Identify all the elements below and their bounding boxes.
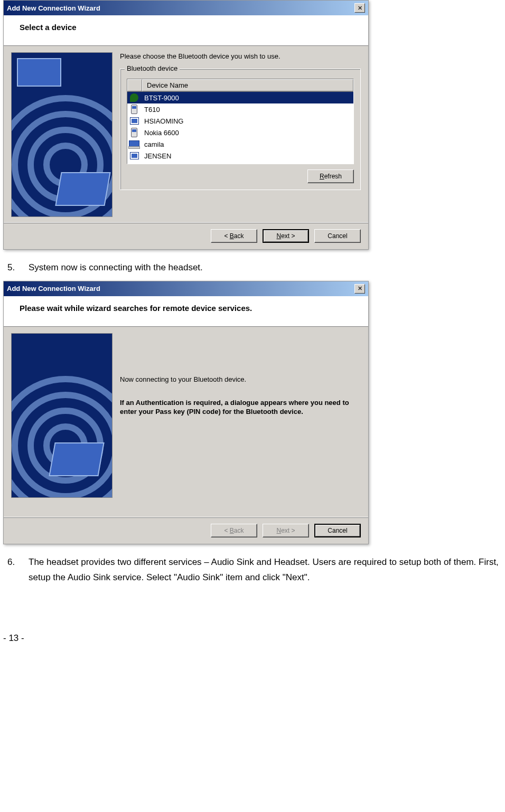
back-button: < Back [211,524,257,537]
cancel-button[interactable]: Cancel [314,229,361,243]
step-6: 6. The headset provides two different se… [3,555,505,586]
list-item[interactable]: JENSEN [127,150,353,162]
wizard-header: Please wait while wizard searches for re… [4,296,368,327]
laptop-icon [129,140,139,148]
device-name: camila [141,139,353,149]
device-name: Nokia 6600 [141,128,353,138]
wizard-header: Select a device [4,15,368,46]
step-number: 5. [3,260,29,276]
step-number: 6. [3,555,29,586]
device-name: HSIAOMING [141,116,353,126]
titlebar: Add New Connection Wizard ✕ [4,1,368,15]
device-name: BTST-9000 [141,93,353,103]
dialog-select-device: Add New Connection Wizard ✕ Select a dev… [3,0,369,250]
phone-icon [131,105,137,114]
cancel-button[interactable]: Cancel [314,524,361,537]
next-button: Next > [263,524,309,537]
device-list[interactable]: Device Name BTST-9000T610HSIAOMINGNokia … [127,79,354,164]
close-icon[interactable]: ✕ [354,284,365,294]
headset-icon [130,93,138,102]
refresh-label: efresh [324,173,342,180]
step-text: System now is connecting with the headse… [29,260,505,276]
wizard-header-title: Select a device [20,23,352,32]
phone-icon [131,128,137,137]
wizard-footer: < Back Next > Cancel [4,222,368,249]
header-device-name[interactable]: Device Name [142,79,353,91]
back-button[interactable]: < Back [211,229,257,243]
list-header: Device Name [127,79,353,92]
header-icon-col[interactable] [127,79,142,91]
wizard-sidebar-image [11,333,113,498]
list-item[interactable]: T610 [127,103,353,115]
titlebar: Add New Connection Wizard ✕ [4,281,368,296]
desktop-icon [130,152,139,159]
list-item[interactable]: HSIAOMING [127,115,353,127]
device-name: T610 [141,105,353,115]
desktop-icon [130,117,139,125]
list-item[interactable]: camila [127,138,353,150]
page-number: - 13 - [3,633,505,644]
window-title: Add New Connection Wizard [7,285,100,292]
refresh-button[interactable]: Refresh [307,169,354,183]
authentication-message: If an Authentication is required, a dial… [120,398,361,417]
step-5: 5. System now is connecting with the hea… [3,260,505,276]
close-icon[interactable]: ✕ [354,3,365,13]
dialog-searching: Add New Connection Wizard ✕ Please wait … [3,281,369,544]
list-item[interactable]: Nokia 6600 [127,127,353,138]
wizard-header-title: Please wait while wizard searches for re… [20,304,352,313]
device-name: JENSEN [141,151,353,161]
connecting-message: Now connecting to your Bluetooth device. [120,375,361,383]
wizard-sidebar-image [11,52,113,217]
bluetooth-device-groupbox: Bluetooth device Device Name BTST-9000T6… [120,69,361,190]
next-button[interactable]: Next > [263,229,309,243]
step-text: The headset provides two different servi… [29,555,505,586]
list-item[interactable]: BTST-9000 [127,92,353,103]
window-title: Add New Connection Wizard [7,4,100,12]
instruction-text: Please choose the Bluetooth device you w… [120,52,361,60]
wizard-footer: < Back Next > Cancel [4,517,368,544]
groupbox-label: Bluetooth device [125,64,180,72]
